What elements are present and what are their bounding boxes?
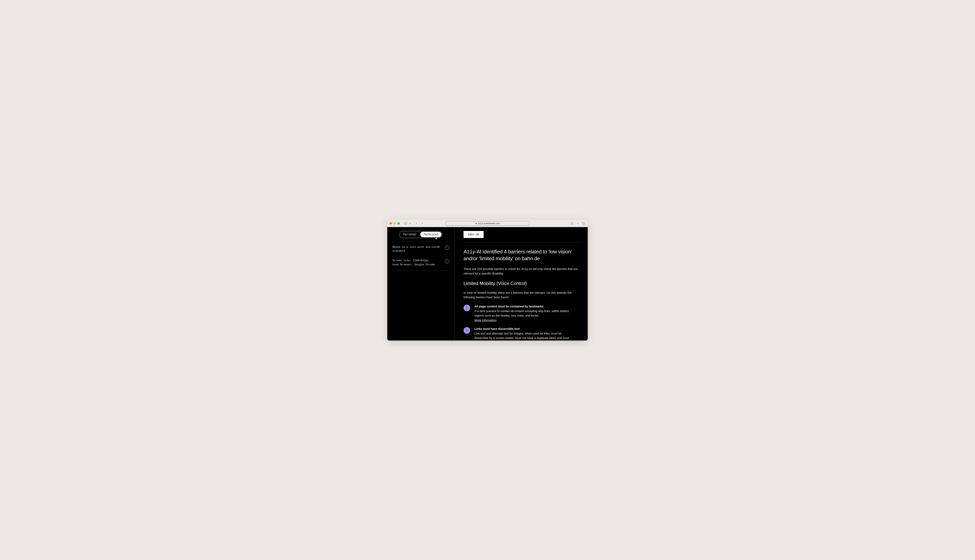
barrier-item: 1 All page content must be contained by … [464, 305, 580, 322]
tabs-overview-icon[interactable] [582, 222, 585, 225]
cursor-pointer-icon [434, 236, 438, 240]
section-intro: In case of 'limited mobility' there are … [464, 290, 580, 300]
intro-paragraph: There are 103 possible barriers to check… [464, 267, 580, 276]
svg-rect-2 [476, 223, 477, 224]
back-button[interactable] [415, 222, 418, 225]
minimize-window-button[interactable] [394, 222, 396, 225]
info-button-test-basis[interactable]: i [445, 246, 449, 250]
tab-technical[interactable]: Technical [420, 232, 441, 237]
tab-personal[interactable]: Personal [400, 232, 420, 237]
barrier-title: Links must have discernible text [474, 327, 570, 330]
nav-arrows [415, 222, 424, 225]
share-icon[interactable] [571, 222, 574, 225]
env-screen-size: Screen size: 1280×832px [392, 259, 435, 263]
env-row: Screen size: 1280×832px Used Browser: Go… [392, 257, 450, 270]
barrier-number: 1 [464, 305, 470, 311]
page-content: Personal Technical Based on a test with … [387, 227, 588, 340]
traffic-lights [390, 222, 400, 225]
url-bar[interactable]: a11y-ai.denkwerk.com [446, 221, 529, 226]
new-tab-icon[interactable] [576, 222, 579, 225]
test-basis-row: Based on a test with axe-core® standard … [392, 242, 450, 257]
url-text: a11y-ai.denkwerk.com [478, 222, 500, 225]
titlebar: a11y-ai.denkwerk.com [387, 220, 588, 227]
svg-rect-0 [404, 222, 407, 224]
lock-icon [475, 222, 477, 224]
env-browser: Used Browser: Google Chrome [392, 263, 435, 267]
section-title: Limited Mobility (Voice Control) [464, 281, 580, 286]
titlebar-right [571, 222, 585, 225]
barrier-title: All page content must be contained by la… [474, 305, 570, 308]
view-toggle: Personal Technical [399, 231, 442, 238]
barrier-list: 1 All page content must be contained by … [464, 305, 580, 340]
browser-window: a11y-ai.denkwerk.com Personal Technical [387, 220, 588, 340]
urlbar-wrap: a11y-ai.denkwerk.com [446, 221, 529, 226]
sidebar-controls [404, 222, 411, 225]
page-headline: A11y-AI identified 4 barriers related to… [464, 248, 580, 262]
chevron-down-icon[interactable] [408, 222, 411, 225]
zoom-window-button[interactable] [397, 222, 400, 225]
sidebar: Personal Technical Based on a test with … [387, 227, 454, 340]
close-window-button[interactable] [390, 222, 392, 225]
svg-rect-6 [583, 223, 585, 224]
main: bahn.de A11y-AI identified 4 barriers re… [454, 227, 588, 340]
env-text: Screen size: 1280×832px Used Browser: Go… [392, 259, 435, 267]
barrier-item: 2 Links must have discernible text Link … [464, 327, 580, 340]
barrier-desc: Link text and alternate text for images,… [474, 331, 570, 340]
sidebar-toggle-icon[interactable] [404, 222, 407, 225]
barrier-number: 2 [464, 327, 470, 334]
more-information-link[interactable]: More Information [474, 318, 496, 322]
barrier-desc: It is best practice to contain all conte… [474, 309, 570, 318]
info-button-env[interactable]: i [445, 259, 449, 263]
forward-button[interactable] [421, 222, 424, 225]
test-basis-text: Based on a test with axe-core® standard [392, 245, 442, 253]
site-chip[interactable]: bahn.de [464, 231, 484, 238]
